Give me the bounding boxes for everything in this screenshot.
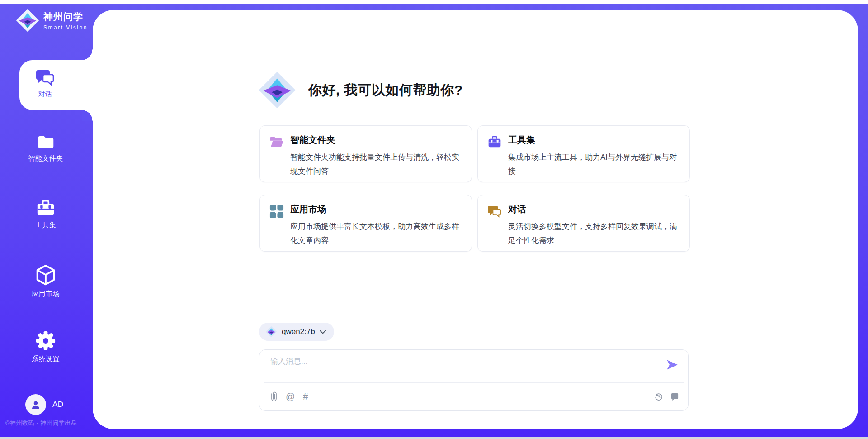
sidebar-item-label: 工具集 [35, 221, 57, 229]
history-clock-icon [654, 392, 663, 401]
card-chat[interactable]: 对话 灵活切换多模型文件，支持多样回复效果调试，满足个性化需求 [477, 195, 690, 252]
card-description: 集成市场上主流工具，助力AI与外界无缝扩展与对接 [508, 150, 684, 178]
tab-fillet-bottom [82, 110, 93, 121]
card-description: 灵活切换多模型文件，支持多样回复效果调试，满足个性化需求 [508, 220, 684, 248]
message-composer: @ # [259, 349, 689, 411]
main-panel: 你好, 我可以如何帮助你? 智能文件夹 智能文件夹功能支持批量文件上传与清洗，轻… [93, 10, 858, 429]
sidebar-item-label: 应用市场 [32, 290, 60, 298]
toolbox-icon [36, 199, 56, 217]
cube-icon [35, 264, 56, 286]
composer-toolbar: @ # [270, 382, 679, 410]
model-diamond-icon [265, 326, 277, 338]
sidebar-item-settings[interactable]: 系统设置 [0, 330, 91, 363]
bottom-scrollbar-strip [0, 437, 868, 439]
card-toolkit[interactable]: 工具集 集成市场上主流工具，助力AI与外界无缝扩展与对接 [477, 125, 690, 182]
sidebar-item-label: 系统设置 [32, 355, 60, 363]
sidebar-item-label: 对话 [38, 90, 52, 99]
card-title: 智能文件夹 [290, 134, 335, 146]
chevron-down-icon [320, 330, 326, 334]
toolbox-icon [487, 135, 502, 149]
open-folder-icon [269, 135, 284, 149]
brand-name: 神州问学 [43, 10, 88, 23]
chat-bubbles-icon [35, 68, 55, 86]
mention-button[interactable]: @ [286, 392, 295, 401]
chat-bubbles-icon [487, 204, 502, 219]
gear-icon [35, 330, 56, 351]
card-title: 对话 [508, 203, 526, 215]
copyright-text: ©神州数码 · 神州问学出品 [5, 419, 91, 427]
attach-file-button[interactable] [270, 391, 278, 401]
folder-icon [36, 134, 55, 151]
feature-cards: 智能文件夹 智能文件夹功能支持批量文件上传与清洗，轻松实现文件问答 工具集 集成… [259, 125, 690, 252]
paperclip-icon [270, 391, 278, 401]
card-title: 应用市场 [290, 203, 326, 215]
message-bubble-icon [670, 392, 679, 401]
sidebar-item-smart-folder[interactable]: 智能文件夹 [0, 134, 91, 163]
card-app-market[interactable]: 应用市场 应用市场提供丰富长文本模板，助力高效生成多样化文章内容 [259, 195, 472, 252]
tab-fillet-top [82, 49, 93, 60]
sidebar-item-label: 智能文件夹 [28, 154, 63, 163]
sidebar-item-chat[interactable]: 对话 [19, 60, 93, 110]
card-description: 应用市场提供丰富长文本模板，助力高效生成多样化文章内容 [290, 220, 466, 248]
card-description: 智能文件夹功能支持批量文件上传与清洗，轻松实现文件问答 [290, 150, 466, 178]
avatar [25, 394, 46, 415]
brand-subtitle: Smart Vision [43, 24, 88, 31]
sidebar: 神州问学 Smart Vision 对话 智能文件夹 [0, 4, 93, 437]
person-icon [30, 399, 42, 410]
brand-logo: 神州问学 Smart Vision [15, 8, 88, 33]
user-initials: AD [52, 400, 64, 409]
greeting-title: 你好, 我可以如何帮助你? [308, 81, 463, 100]
message-input[interactable] [270, 356, 646, 380]
hashtag-button[interactable]: # [303, 392, 308, 401]
new-message-button[interactable] [670, 392, 679, 401]
greeting: 你好, 我可以如何帮助你? [258, 71, 463, 110]
assistant-diamond-icon [258, 71, 297, 110]
brand-diamond-icon [15, 8, 40, 33]
send-icon[interactable] [666, 360, 678, 370]
model-selector[interactable]: qwen2:7b [259, 323, 334, 341]
card-title: 工具集 [508, 134, 535, 146]
grid-icon [269, 204, 284, 219]
user-account[interactable]: AD [25, 394, 64, 415]
card-smart-folder[interactable]: 智能文件夹 智能文件夹功能支持批量文件上传与清洗，轻松实现文件问答 [259, 125, 472, 182]
model-name: qwen2:7b [282, 327, 315, 336]
sidebar-item-toolkit[interactable]: 工具集 [0, 199, 91, 229]
sidebar-item-app-market[interactable]: 应用市场 [0, 264, 91, 298]
history-button[interactable] [654, 392, 663, 401]
app-frame: 神州问学 Smart Vision 对话 智能文件夹 [0, 4, 868, 437]
